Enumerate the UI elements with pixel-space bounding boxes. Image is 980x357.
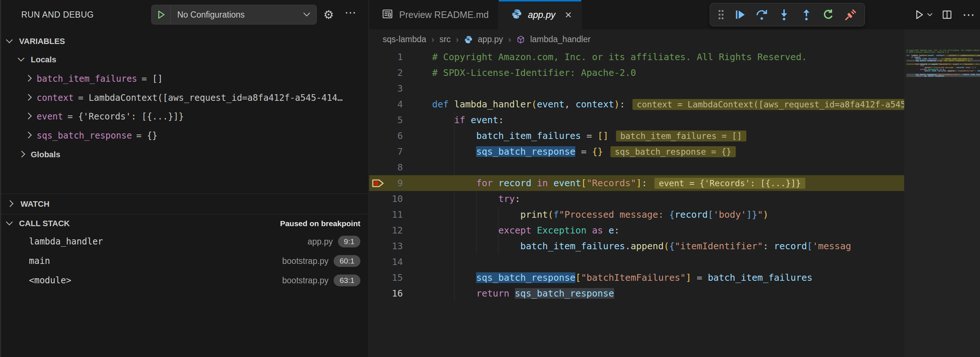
line-number[interactable]: 6 xyxy=(387,131,403,141)
more-actions-icon[interactable]: ⋯ xyxy=(345,6,356,19)
gear-icon[interactable]: ⚙ xyxy=(323,8,334,21)
line-number[interactable]: 9 xyxy=(387,178,403,188)
line-number[interactable]: 13 xyxy=(387,241,403,252)
frame-file: app.py xyxy=(308,237,333,247)
line-number[interactable]: 2 xyxy=(387,67,403,78)
chevron-right-icon xyxy=(26,94,31,101)
code-text: # Copyright Amazon.com, Inc. or its affi… xyxy=(432,52,807,62)
variable-row[interactable]: context = LambdaContext([aws_request_id=… xyxy=(1,91,368,104)
drag-handle[interactable] xyxy=(714,5,727,24)
line-number[interactable]: 15 xyxy=(387,273,403,283)
variables-section-header[interactable]: VARIABLES xyxy=(1,35,368,48)
python-icon xyxy=(511,8,522,21)
code-text: try: xyxy=(432,193,520,204)
watch-section-header[interactable]: WATCH xyxy=(1,198,368,211)
inline-debug-value: event = {'Records': [{...}]} xyxy=(654,178,805,189)
line-number[interactable]: 3 xyxy=(387,83,403,94)
line-number[interactable]: 16 xyxy=(387,288,403,299)
run-and-debug-sidebar: RUN AND DEBUG No Configurations ⚙ ⋯ VARI… xyxy=(0,0,369,357)
code-line-1[interactable]: 1# Copyright Amazon.com, Inc. or its aff… xyxy=(369,49,904,65)
code-line-16[interactable]: 16 return sqs_batch_response xyxy=(369,285,904,301)
tab-preview-readme[interactable]: Preview README.md xyxy=(369,0,499,29)
code-text: sqs_batch_response = {} xyxy=(432,146,603,157)
breakpoint-icon[interactable] xyxy=(369,178,387,188)
disconnect-button[interactable] xyxy=(841,5,860,24)
debug-configuration-dropdown[interactable]: No Configurations xyxy=(151,5,317,25)
stack-frame[interactable]: <module> bootstrap.py 63:1 xyxy=(1,274,368,287)
code-editor[interactable]: 1# Copyright Amazon.com, Inc. or its aff… xyxy=(369,29,904,357)
chevron-right-icon xyxy=(26,113,31,120)
code-line-2[interactable]: 2# SPDX-License-Identifier: Apache-2.0 xyxy=(369,65,904,81)
variable-row[interactable]: sqs_batch_response = {} xyxy=(1,129,368,142)
stack-frame[interactable]: lambda_handler app.py 9:1 xyxy=(1,235,368,248)
code-line-10[interactable]: 10 try: xyxy=(369,191,904,207)
code-text: except Exception as e: xyxy=(432,225,620,236)
frame-file: bootstrap.py xyxy=(282,256,329,266)
chevron-right-icon xyxy=(26,132,31,139)
code-text: batch_item_failures = [] xyxy=(432,131,609,141)
call-stack-section-header[interactable]: CALL STACK Paused on breakpoint xyxy=(1,217,368,230)
code-line-13[interactable]: 13 batch_item_failures.append({"itemIden… xyxy=(369,238,904,254)
restart-button[interactable] xyxy=(819,5,838,24)
variable-row[interactable]: batch_item_failures = [] xyxy=(1,72,368,85)
split-editor-button[interactable] xyxy=(941,9,953,21)
scope-globals[interactable]: Globals xyxy=(1,148,368,161)
vscode-debug-window: RUN AND DEBUG No Configurations ⚙ ⋯ VARI… xyxy=(0,0,980,357)
continue-button[interactable] xyxy=(730,5,749,24)
chevron-down-icon xyxy=(304,11,309,18)
code-line-15[interactable]: 15 sqs_batch_response["batchItemFailures… xyxy=(369,270,904,285)
inline-debug-value: batch_item_failures = [] xyxy=(616,131,746,142)
step-over-button[interactable] xyxy=(752,5,771,24)
frame-position-badge: 63:1 xyxy=(334,274,360,286)
editor-actions: ⋯ xyxy=(913,0,975,29)
code-line-6[interactable]: 6 batch_item_failures = []batch_item_fai… xyxy=(369,128,904,144)
code-line-4[interactable]: 4def lambda_handler(event, context):cont… xyxy=(369,96,904,112)
line-number[interactable]: 1 xyxy=(387,52,403,62)
code-text: batch_item_failures.append({"itemIdentif… xyxy=(432,241,851,252)
line-number[interactable]: 7 xyxy=(387,146,403,157)
scope-locals[interactable]: Locals xyxy=(1,53,368,66)
code-line-9[interactable]: 9 for record in event["Records"]:event =… xyxy=(369,175,904,191)
code-line-8[interactable]: 8 xyxy=(369,159,904,175)
code-line-11[interactable]: 11 print(f"Processed message: {record['b… xyxy=(369,207,904,223)
chevron-down-icon xyxy=(7,38,12,45)
tab-app-py[interactable]: app.py × xyxy=(499,0,582,29)
line-number[interactable]: 5 xyxy=(387,115,403,125)
line-number[interactable]: 8 xyxy=(387,162,403,173)
chevron-right-icon xyxy=(19,151,24,158)
code-line-14[interactable]: 14 xyxy=(369,254,904,270)
line-number[interactable]: 12 xyxy=(387,225,403,236)
run-dropdown-chevron-icon[interactable] xyxy=(928,11,932,18)
step-into-button[interactable] xyxy=(775,5,794,24)
line-number[interactable]: 10 xyxy=(387,193,403,204)
chevron-down-icon xyxy=(19,56,24,63)
code-line-5[interactable]: 5 if event: xyxy=(369,112,904,128)
markdown-preview-icon xyxy=(382,8,393,21)
step-out-button[interactable] xyxy=(797,5,816,24)
code-line-3[interactable]: 3 xyxy=(369,81,904,96)
minimap[interactable]: # Copyright Amazon.com, Inc. or its affi… xyxy=(904,29,980,357)
code-line-12[interactable]: 12 except Exception as e: xyxy=(369,223,904,238)
chevron-down-icon xyxy=(7,220,12,227)
code-text: print(f"Processed message: {record['body… xyxy=(432,209,768,220)
frame-position-badge: 60:1 xyxy=(334,255,360,267)
variable-row[interactable]: event = {'Records': [{...}]} xyxy=(1,110,368,123)
line-number[interactable]: 14 xyxy=(387,257,403,267)
code-text: for record in event["Records"]: xyxy=(432,178,647,188)
code-text: def lambda_handler(event, context): xyxy=(432,99,625,110)
close-icon[interactable]: × xyxy=(565,9,572,20)
code-text: sqs_batch_response["batchItemFailures"] … xyxy=(432,273,813,283)
code-text: # SPDX-License-Identifier: Apache-2.0 xyxy=(432,67,636,78)
minimap-line: batch_item_failures.append({"itemIdentif… xyxy=(907,70,980,72)
chevron-right-icon xyxy=(26,75,31,82)
debug-toolbar xyxy=(710,3,865,26)
line-number[interactable]: 11 xyxy=(387,209,403,220)
start-debug-icon[interactable] xyxy=(152,5,171,24)
run-python-file-button[interactable] xyxy=(913,8,932,21)
more-actions-icon[interactable]: ⋯ xyxy=(963,7,975,22)
config-dropdown-label: No Configurations xyxy=(171,10,304,20)
line-number[interactable]: 4 xyxy=(387,99,403,110)
sidebar-title: RUN AND DEBUG xyxy=(21,10,94,20)
stack-frame[interactable]: main bootstrap.py 60:1 xyxy=(1,254,368,268)
code-line-7[interactable]: 7 sqs_batch_response = {}sqs_batch_respo… xyxy=(369,144,904,159)
